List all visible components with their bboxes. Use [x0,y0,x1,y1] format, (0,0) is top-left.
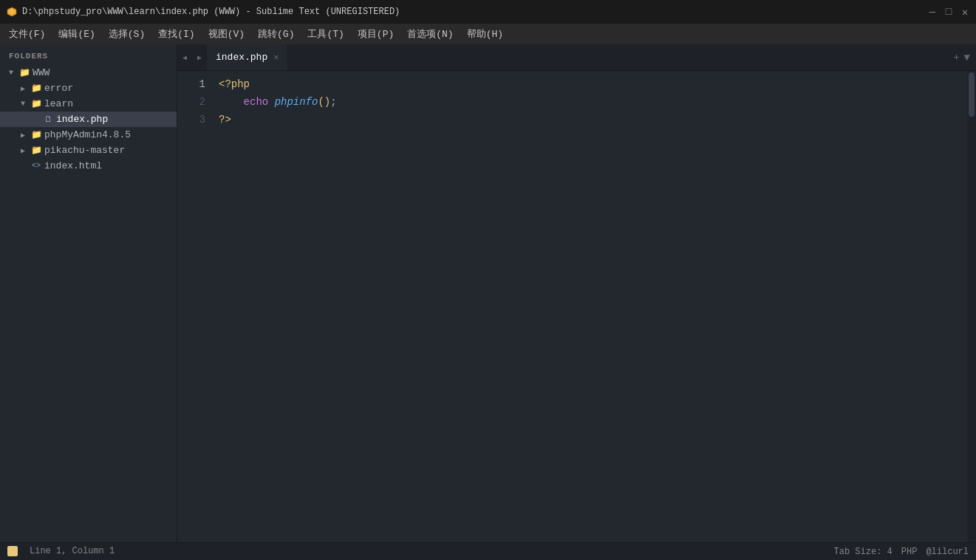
menu-item-视图(V)[interactable]: 视图(V) [202,26,250,42]
tabbar-spacer [288,44,947,70]
titlebar-controls: — □ ✕ [927,7,970,17]
echo-keyword: echo [244,93,275,111]
menu-item-选择(S)[interactable]: 选择(S) [103,26,151,42]
code-content[interactable]: <?php echo phpinfo ( ) ; ?> [213,71,967,542]
sublime-icon [6,6,18,18]
editor-area: ◀ ▶ index.php ✕ + ▼ 1 2 3 <?php [177,44,976,542]
code-indent [219,93,244,111]
svg-rect-2 [7,546,18,556]
tree-item-index-html[interactable]: <>index.html [0,158,177,174]
tree-item-index-php[interactable]: 🗋index.php [0,112,177,127]
titlebar-left: D:\phpstudy_pro\WWW\learn\index.php (WWW… [6,6,400,18]
tree-item-learn[interactable]: ▼📁learn [0,96,177,112]
statusbar-left: Line 1, Column 1 [7,546,115,556]
menu-item-项目(P)[interactable]: 项目(P) [352,26,400,42]
line-num-3: 3 [177,111,205,129]
tab-close-button[interactable]: ✕ [273,52,279,63]
line-num-2: 2 [177,93,205,111]
tree-item-error[interactable]: ▶📁error [0,81,177,96]
php-open-tag: <?php [219,75,250,93]
tab-size: Tab Size: 4 [834,547,893,557]
tree-item-label: index.php [56,114,108,125]
menu-item-查找(I)[interactable]: 查找(I) [152,26,200,42]
semicolon: ; [330,93,336,111]
arrow-icon: ▼ [18,100,28,108]
tabbar: ◀ ▶ index.php ✕ + ▼ [177,44,976,71]
menu-item-编辑(E)[interactable]: 编辑(E) [52,26,100,42]
tree-item-label: WWW [33,67,50,78]
arrow-icon: ▶ [18,84,28,93]
minimize-button[interactable]: — [927,7,938,17]
sidebar-header: FOLDERS [0,44,177,65]
menu-item-文件(F)[interactable]: 文件(F) [3,26,51,42]
statusbar: Line 1, Column 1 Tab Size: 4 PHP @lilcur… [0,542,976,560]
code-area: 1 2 3 <?php echo phpinfo ( ) ; ?> [177,71,976,542]
tree-item-label: error [44,83,73,94]
folder-icon: 📁 [31,145,41,156]
menu-item-首选项(N)[interactable]: 首选项(N) [401,26,459,42]
close-button[interactable]: ✕ [960,7,970,17]
open-paren: ( [318,93,324,111]
phpinfo-function: phpinfo [275,93,318,111]
tabbar-actions: + ▼ [947,44,976,70]
cursor-position: Line 1, Column 1 [30,546,115,556]
user-label: @lilcurl [926,547,969,557]
tree-item-label: phpMyAdmin4.8.5 [44,129,131,140]
new-tab-button[interactable]: + [953,52,959,64]
statusbar-right: Tab Size: 4 PHP @lilcurl [834,547,969,557]
sidebar: FOLDERS ▼📁WWW▶📁error▼📁learn🗋index.php▶📁p… [0,44,177,542]
tree-item-label: learn [44,98,73,109]
line-numbers: 1 2 3 [177,71,213,542]
php-close-tag: ?> [219,111,231,129]
scrollbar-thumb[interactable] [969,72,975,117]
tab-label: index.php [216,52,267,63]
main: FOLDERS ▼📁WWW▶📁error▼📁learn🗋index.php▶📁p… [0,44,976,542]
file-icon: 🗋 [43,115,53,124]
scrollbar[interactable] [967,71,976,542]
maximize-button[interactable]: □ [943,7,954,17]
tab-nav-left[interactable]: ◀ [177,44,192,70]
menu-item-跳转(G)[interactable]: 跳转(G) [252,26,300,42]
arrow-icon: ▶ [18,131,28,140]
folder-icon: 📁 [31,129,41,140]
folder-icon: 📁 [31,98,41,109]
menu-item-工具(T)[interactable]: 工具(T) [301,26,349,42]
code-line-2: echo phpinfo ( ) ; [219,93,967,111]
tab-nav-right[interactable]: ▶ [192,44,207,70]
sidebar-tree: ▼📁WWW▶📁error▼📁learn🗋index.php▶📁phpMyAdmi… [0,65,177,174]
tree-item-pikachu-master[interactable]: ▶📁pikachu-master [0,143,177,158]
tab-menu-button[interactable]: ▼ [964,52,970,64]
tab-index-php[interactable]: index.php ✕ [207,44,288,70]
close-paren: ) [324,93,330,111]
menu-item-帮助(H)[interactable]: 帮助(H) [461,26,509,42]
tree-item-label: pikachu-master [44,145,125,156]
syntax-label: PHP [901,547,918,557]
folder-icon: 📁 [19,67,30,78]
code-line-3: ?> [219,111,967,129]
status-icon [7,546,21,556]
tree-item-label: index.html [44,160,102,171]
folder-icon: 📁 [31,83,41,94]
tree-item-WWW[interactable]: ▼📁WWW [0,65,177,81]
line-num-1: 1 [177,75,205,93]
tree-item-phpMyAdmin4-8-5[interactable]: ▶📁phpMyAdmin4.8.5 [0,127,177,143]
menubar: 文件(F)编辑(E)选择(S)查找(I)视图(V)跳转(G)工具(T)项目(P)… [0,24,976,44]
code-line-1: <?php [219,75,967,93]
file-icon: <> [31,162,41,170]
arrow-icon: ▶ [18,146,28,155]
titlebar-title: D:\phpstudy_pro\WWW\learn\index.php (WWW… [22,7,400,17]
titlebar: D:\phpstudy_pro\WWW\learn\index.php (WWW… [0,0,976,24]
arrow-icon: ▼ [6,69,16,77]
